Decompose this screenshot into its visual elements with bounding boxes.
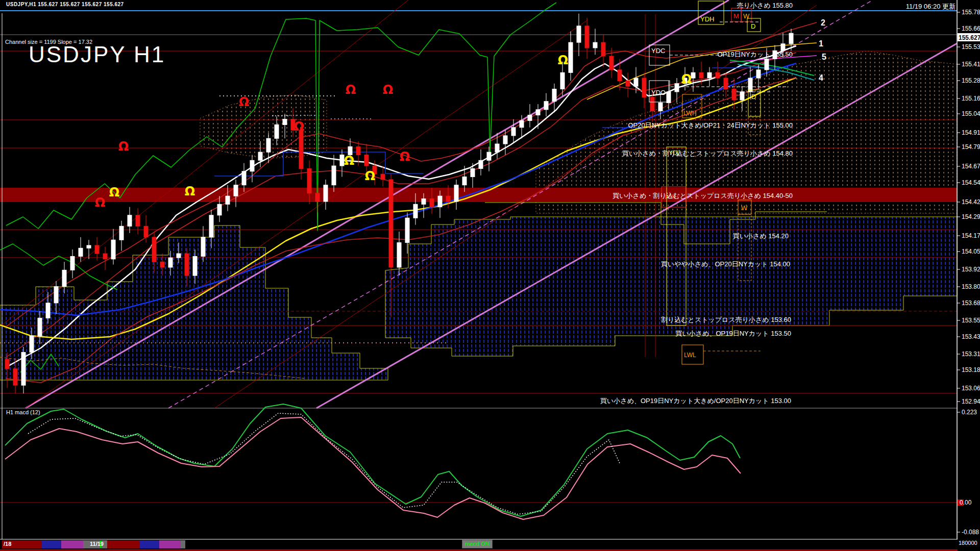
candle [577,26,581,42]
candle [54,287,58,303]
chart-window: ΩΩΩΩΩΩΩΩΩΩΩΩΩYDHMWDYDCYDOLWHDYDLLMHWLWL売… [0,0,980,551]
time-axis-date-label: 11/19 [90,541,104,547]
candle [618,70,622,81]
macd-zero-label: 0.00 [960,499,972,506]
axis-label: 153.680 [962,299,980,307]
candle [209,215,213,237]
volume-scale-label: 180000 [959,540,977,546]
cloud-orange [200,95,327,158]
box-label-W: W [743,12,750,20]
candle [103,254,107,259]
annotation: 売り小さめ 155.80 [737,2,793,9]
box-label-LWH: LWH [683,110,697,117]
candle [650,97,654,111]
candle [430,199,434,207]
axis-label: 154.790 [962,143,980,151]
macd-indicator-label: H1 macd (12) [6,409,40,415]
candle [332,166,336,185]
candle [503,136,507,144]
axis-label: 154.175 [962,232,980,239]
axis-label: 155.410 [962,61,980,68]
box-label-YDO: YDO [651,89,666,96]
candle [5,359,9,369]
candle [585,26,589,48]
candle [765,59,769,70]
macd-dotted [28,413,620,514]
candle [144,226,148,237]
candle [389,180,393,267]
annotation: 買い小さめ 154.20 [733,232,789,240]
axis-label: 154.050 [962,248,980,255]
candle [21,353,26,386]
candle [136,215,140,227]
axis-label: 153.925 [962,266,980,273]
omega-marker: Ω [558,53,568,67]
candle [397,243,401,267]
line-number-label: 4 [819,73,823,82]
axis-label: 153.185 [962,366,980,373]
box-label-YDC: YDC [651,47,665,55]
candle [152,237,156,262]
line-number-label: 1 [819,39,823,48]
box-label-YDH: YDH [700,15,714,23]
candle [128,215,132,227]
line-number-label: 5 [822,53,826,61]
line-number-label: 2 [821,18,825,27]
axis-label: 153.800 [962,283,980,290]
axis-label: 154.420 [962,198,980,206]
candle [324,185,328,202]
candle [299,130,303,168]
annotation: OP19日NYカット 155.50 [717,51,793,58]
candle [446,196,450,202]
candle [226,196,230,204]
candle [569,42,573,72]
omega-marker: Ω [681,72,692,86]
candle [356,146,360,155]
time-strip-segment [107,540,140,548]
axis-label: 152.940 [962,398,980,405]
box-label-D: D [751,93,756,101]
omega-marker: Ω [95,195,105,210]
candle [511,128,516,136]
time-strip-segment [159,540,181,548]
axis-label: 153.555 [962,317,980,324]
axis-label: 155.040 [962,110,980,117]
box-label-M: M [733,12,739,20]
candle [544,102,548,110]
macd-toggle-button[interactable]: macd ON [462,540,493,548]
annotation: 買いやや小さめ、OP20日NYカット 154.00 [661,260,790,268]
candle [193,256,197,276]
candle [201,237,205,257]
time-strip-segment [181,540,185,548]
candle [258,152,262,160]
candle [168,258,173,267]
candle [160,262,164,267]
candle [185,254,189,276]
candle [62,270,66,286]
cloud-blue [385,217,957,356]
candle [454,185,458,202]
candle [413,204,418,218]
chart-canvas: ΩΩΩΩΩΩΩΩΩΩΩΩΩYDHMWDYDCYDOLWHDYDLLMHWLWL売… [0,0,980,551]
candle [634,78,638,86]
annotation: 買い小さめ、OP19日NYカット大きめ/OP20日NYカット 153.00 [600,397,791,405]
omega-marker: Ω [109,185,119,199]
box-label-W: W [741,204,748,212]
axis-label: 153.060 [962,385,980,392]
candle [405,218,409,242]
candle [699,72,703,78]
candle [495,144,499,152]
candle [315,193,320,202]
candle [732,89,736,101]
candle [520,120,524,127]
box-label-LWL: LWL [684,352,696,359]
candle [422,199,426,205]
axis-label: 155.535 [962,43,980,51]
update-timestamp: 11/19 06:20 更新 [906,2,955,11]
candle [119,226,124,240]
candle [789,33,793,44]
omega-marker: Ω [185,184,195,198]
candle [740,92,744,100]
candle [38,318,42,336]
symbol-info-bar: USDJPY,H1 155.627 155.627 155.627 155.62… [6,2,124,7]
